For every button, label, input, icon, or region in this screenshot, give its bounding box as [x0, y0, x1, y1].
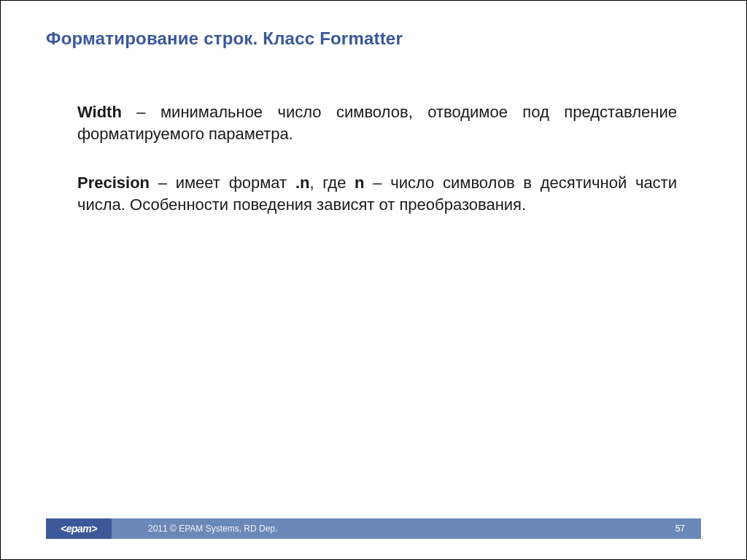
footer-page-number: 57	[676, 524, 685, 534]
term-precision: Precision	[77, 174, 150, 192]
footer-bar: <epam> 2011 © EPAM Systems, RD Dep. 57	[46, 518, 701, 539]
slide-content: Width – минимальное число символов, отво…	[77, 101, 677, 244]
text-width-desc: – минимальное число символов, отводимое …	[77, 103, 677, 143]
paragraph-precision: Precision – имеет формат .n, где n – чис…	[77, 172, 677, 215]
term-dot-n: .n	[295, 174, 310, 192]
slide-title: Форматирование строк. Класс Formatter	[46, 28, 403, 49]
paragraph-width: Width – минимальное число символов, отво…	[77, 101, 677, 144]
footer-copyright: 2011 © EPAM Systems, RD Dep.	[148, 524, 277, 534]
term-n: n	[355, 174, 364, 192]
epam-logo: <epam>	[46, 518, 112, 539]
term-width: Width	[77, 103, 122, 121]
text-seg-2: – имеет формат	[150, 174, 295, 192]
text-seg-4: , где	[309, 174, 355, 192]
